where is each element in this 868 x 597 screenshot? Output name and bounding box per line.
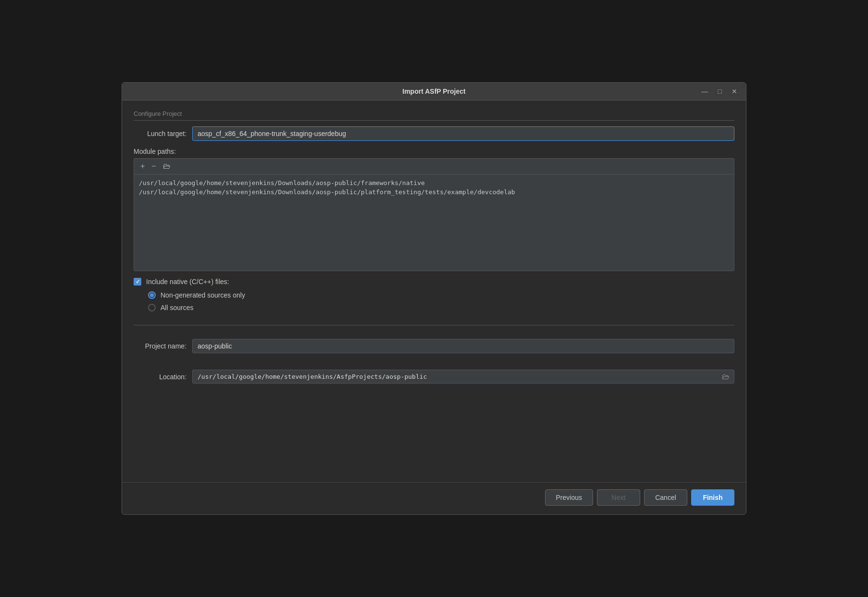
source-radio-group: Non-generated sources only All sources (148, 291, 734, 311)
dialog-title: Import ASfP Project (402, 87, 465, 95)
module-paths-toolbar: + − 🗁 (134, 159, 734, 174)
browse-location-icon[interactable]: 🗁 (722, 373, 730, 381)
browse-path-button[interactable]: 🗁 (161, 162, 173, 171)
project-name-input[interactable] (192, 339, 734, 353)
non-generated-label: Non-generated sources only (161, 291, 245, 299)
add-path-button[interactable]: + (138, 162, 147, 171)
dialog-body: Configure Project Lunch target: Module p… (122, 100, 746, 482)
non-generated-radio[interactable] (148, 291, 156, 299)
include-native-label: Include native (C/C++) files: (146, 278, 229, 286)
section-header: Configure Project (134, 110, 734, 121)
location-label: Location: (134, 373, 186, 381)
all-sources-radio-row: All sources (148, 304, 734, 311)
import-dialog: Import ASfP Project — □ ✕ Configure Proj… (122, 82, 746, 515)
module-path-item: /usr/local/google/home/stevenjenkins/Dow… (139, 178, 729, 187)
project-name-label: Project name: (134, 342, 186, 350)
all-sources-radio[interactable] (148, 304, 156, 311)
cancel-button[interactable]: Cancel (644, 489, 687, 506)
next-button[interactable]: Next (597, 489, 640, 506)
lunch-target-label: Lunch target: (134, 130, 186, 137)
non-generated-radio-row: Non-generated sources only (148, 291, 734, 299)
location-input[interactable] (192, 370, 734, 384)
finish-button[interactable]: Finish (691, 489, 734, 506)
module-paths-label: Module paths: (134, 148, 734, 155)
module-path-item: /usr/local/google/home/stevenjenkins/Dow… (139, 187, 729, 197)
module-paths-section: Module paths: + − 🗁 /usr/local/google/ho… (134, 148, 734, 271)
maximize-button[interactable]: □ (715, 87, 725, 96)
module-paths-box: + − 🗁 /usr/local/google/home/stevenjenki… (134, 158, 734, 271)
minimize-button[interactable]: — (699, 87, 711, 96)
module-paths-list: /usr/local/google/home/stevenjenkins/Dow… (134, 174, 734, 271)
include-native-row: ✓ Include native (C/C++) files: (134, 278, 734, 286)
remove-path-button[interactable]: − (149, 162, 158, 171)
lunch-target-input[interactable] (192, 126, 734, 141)
location-input-wrapper: 🗁 (192, 370, 734, 384)
project-name-row: Project name: (134, 339, 734, 353)
divider (134, 325, 734, 325)
title-bar: Import ASfP Project — □ ✕ (122, 83, 746, 100)
window-controls: — □ ✕ (699, 87, 740, 96)
close-button[interactable]: ✕ (729, 87, 740, 96)
lunch-target-row: Lunch target: (134, 126, 734, 141)
dialog-footer: Previous Next Cancel Finish (122, 482, 746, 514)
include-native-checkbox[interactable]: ✓ (134, 278, 141, 286)
all-sources-label: All sources (161, 304, 193, 311)
previous-button[interactable]: Previous (545, 489, 593, 506)
location-row: Location: 🗁 (134, 370, 734, 384)
checkmark-icon: ✓ (136, 279, 140, 285)
